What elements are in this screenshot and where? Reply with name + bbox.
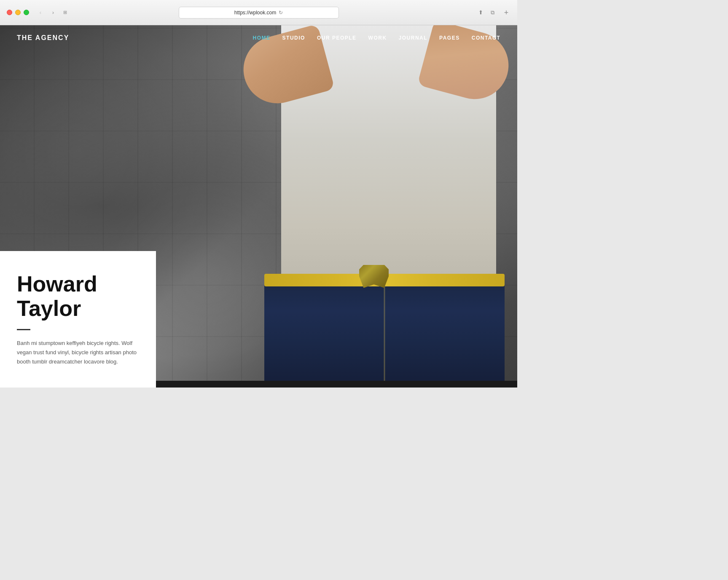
- refresh-icon[interactable]: ↻: [279, 10, 283, 16]
- close-button[interactable]: [7, 10, 12, 15]
- main-navigation: THE AGENCY HOME STUDIO OUR PEOPLE WORK J…: [0, 25, 517, 51]
- buckle-shape: [359, 265, 389, 288]
- nav-item-journal[interactable]: JOURNAL: [399, 35, 428, 41]
- tab-view-button[interactable]: ⊞: [61, 9, 69, 16]
- hero-section: THE AGENCY HOME STUDIO OUR PEOPLE WORK J…: [0, 25, 517, 388]
- nav-item-our-people[interactable]: OUR PEOPLE: [317, 35, 357, 41]
- jeans: [264, 278, 505, 388]
- nav-item-studio[interactable]: STUDIO: [282, 35, 305, 41]
- belt-buckle: [357, 264, 391, 289]
- browser-right-controls: ⬆ ⧉ +: [477, 8, 510, 17]
- add-tab-button[interactable]: +: [502, 8, 510, 17]
- website-content: THE AGENCY HOME STUDIO OUR PEOPLE WORK J…: [0, 25, 517, 388]
- address-bar[interactable]: https://wplook.com ↻: [179, 7, 339, 19]
- nav-item-home[interactable]: HOME: [253, 35, 271, 41]
- person-name-line1: Howard: [17, 272, 97, 296]
- window-controls: [7, 10, 29, 15]
- nav-item-contact[interactable]: CONTACT: [472, 35, 500, 41]
- back-button[interactable]: ‹: [35, 9, 46, 16]
- minimize-button[interactable]: [15, 10, 21, 15]
- person-figure: [231, 25, 517, 388]
- bottom-bar: [156, 381, 517, 388]
- browser-navigation: ‹ ›: [35, 9, 59, 16]
- share-button[interactable]: ⬆: [477, 9, 484, 16]
- browser-chrome: ‹ › ⊞ https://wplook.com ↻ ⬆ ⧉ +: [0, 0, 517, 25]
- site-logo[interactable]: THE AGENCY: [17, 34, 69, 42]
- person-bio: Banh mi stumptown keffiyeh bicycle right…: [17, 339, 139, 366]
- new-window-button[interactable]: ⧉: [489, 9, 496, 16]
- nav-menu: HOME STUDIO OUR PEOPLE WORK JOURNAL PAGE…: [253, 35, 500, 41]
- person-name-line2: Taylor: [17, 296, 81, 321]
- person-name: Howard Taylor: [17, 272, 139, 320]
- forward-button[interactable]: ›: [48, 9, 59, 16]
- name-divider: [17, 329, 30, 330]
- maximize-button[interactable]: [24, 10, 29, 15]
- nav-item-work[interactable]: WORK: [368, 35, 387, 41]
- url-text: https://wplook.com: [234, 10, 276, 16]
- person-info-card: Howard Taylor Banh mi stumptown keffiyeh…: [0, 251, 156, 388]
- nav-item-pages[interactable]: PAGES: [439, 35, 460, 41]
